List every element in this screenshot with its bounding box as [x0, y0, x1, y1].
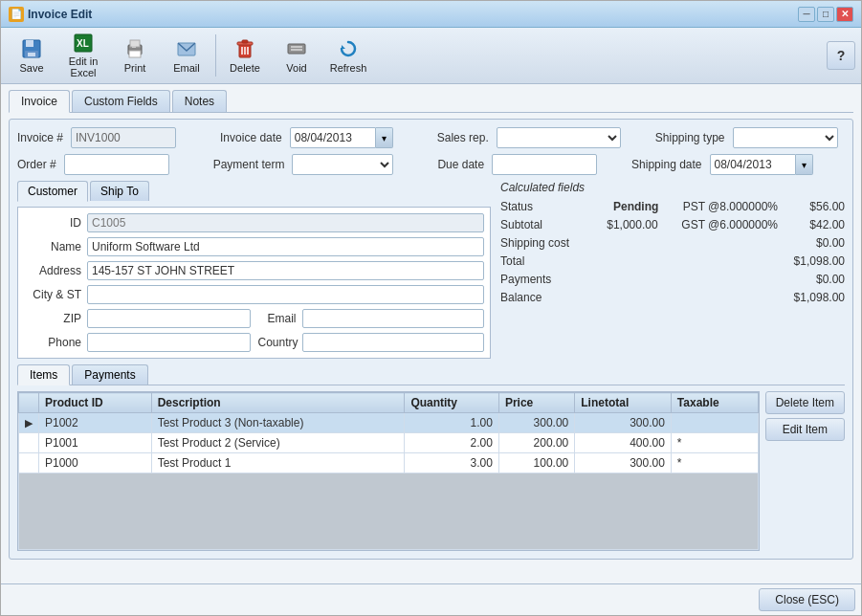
svg-rect-3 [28, 53, 35, 56]
excel-icon: XL [72, 33, 95, 54]
maximize-button[interactable]: □ [817, 7, 834, 22]
tab-custom-fields[interactable]: Custom Fields [72, 90, 170, 112]
table-row[interactable]: ▶ P1002 Test Product 3 (Non-taxable) 1.0… [19, 413, 759, 433]
customer-zip-group: ZIP [24, 309, 251, 328]
customer-name-label: Name [24, 240, 81, 253]
bottom-tabs: Items Payments [17, 364, 845, 385]
items-table-body: ▶ P1002 Test Product 3 (Non-taxable) 1.0… [19, 413, 759, 550]
title-bar: 📄 Invoice Edit ─ □ ✕ [1, 1, 861, 28]
refresh-label: Refresh [330, 62, 367, 74]
tab-notes[interactable]: Notes [172, 90, 227, 112]
print-button[interactable]: Print [110, 32, 160, 79]
customer-cityst-input[interactable] [87, 285, 484, 304]
close-window-button[interactable]: ✕ [836, 7, 853, 22]
minimize-button[interactable]: ─ [798, 7, 815, 22]
customer-address-input[interactable] [87, 261, 484, 280]
save-button[interactable]: Save [7, 32, 56, 79]
calc-total-label: Total [500, 254, 586, 268]
row-arrow: ▶ [19, 413, 39, 433]
customer-name-input[interactable] [87, 237, 484, 256]
help-button[interactable]: ? [827, 41, 855, 70]
calc-status-label: Status [500, 200, 586, 213]
shipping-date-picker-button[interactable]: ▾ [796, 154, 813, 175]
main-content: Invoice Custom Fields Notes Invoice # In… [1, 84, 861, 583]
shipping-type-label: Shipping type [655, 131, 725, 144]
customer-phone-country-row: Phone Country [24, 333, 484, 352]
delete-item-button[interactable]: Delete Item [765, 391, 845, 414]
payment-term-label: Payment term [213, 158, 285, 171]
bottom-tab-payments[interactable]: Payments [72, 364, 147, 385]
invoice-date-field: ▾ [290, 127, 393, 148]
customer-email-label: Email [258, 312, 297, 325]
svg-rect-13 [242, 40, 248, 43]
edit-item-button[interactable]: Edit Item [765, 418, 845, 441]
invoice-date-label: Invoice date [220, 131, 282, 144]
col-price: Price [498, 393, 574, 413]
table-row[interactable]: P1001 Test Product 2 (Service) 2.00 200.… [19, 433, 759, 453]
calc-pst-label: PST @8.000000% [683, 200, 778, 213]
help-label: ? [837, 48, 846, 63]
row-description: Test Product 3 (Non-taxable) [151, 413, 405, 433]
sales-rep-select[interactable] [497, 127, 621, 148]
tabs: Invoice Custom Fields Notes [9, 90, 853, 113]
svg-text:XL: XL [77, 38, 89, 49]
customer-tab-ship-to[interactable]: Ship To [90, 181, 149, 201]
close-button[interactable]: Close (ESC) [759, 588, 855, 611]
void-label: Void [286, 62, 306, 74]
items-table-header-row: Product ID Description Quantity Price Li… [19, 393, 759, 413]
due-date-input[interactable] [492, 154, 597, 175]
edit-in-excel-label: Edit in Excel [59, 55, 107, 78]
invoice-number-label: Invoice # [17, 131, 63, 144]
customer-tabs: Customer Ship To [17, 181, 491, 201]
customer-id-input[interactable] [87, 213, 484, 232]
customer-country-input[interactable] [302, 333, 485, 352]
invoice-date-input[interactable] [290, 127, 376, 148]
two-col-section: Customer Ship To ID Name [17, 181, 845, 359]
items-table-header: Product ID Description Quantity Price Li… [19, 393, 759, 413]
customer-email-input[interactable] [302, 309, 485, 328]
customer-phone-input[interactable] [87, 333, 251, 352]
refresh-button[interactable]: Refresh [323, 32, 373, 79]
customer-address-row: Address [24, 261, 484, 280]
print-label: Print [124, 62, 146, 74]
order-number-label: Order # [17, 158, 56, 171]
table-row[interactable]: P1000 Test Product 1 3.00 100.00 300.00 … [19, 453, 759, 473]
invoice-date-picker-button[interactable]: ▾ [376, 127, 393, 148]
svg-rect-9 [132, 46, 136, 48]
customer-cityst-row: City & ST [24, 285, 484, 304]
col-quantity: Quantity [405, 393, 499, 413]
shipping-date-input[interactable] [710, 154, 796, 175]
shipping-type-select[interactable] [733, 127, 838, 148]
col-arrow [19, 393, 39, 413]
form-row-2: Order # Payment term Due date Shipping d… [17, 154, 845, 175]
row-product-id: P1002 [39, 413, 152, 433]
col-description: Description [151, 393, 405, 413]
items-section: Product ID Description Quantity Price Li… [17, 391, 845, 551]
order-number-input[interactable] [64, 154, 169, 175]
customer-zip-input[interactable] [87, 309, 251, 328]
delete-label: Delete [230, 62, 260, 74]
void-button[interactable]: Void [272, 32, 321, 79]
tab-invoice[interactable]: Invoice [9, 90, 70, 113]
row-linetotal: 300.00 [575, 413, 672, 433]
customer-zip-label: ZIP [24, 312, 81, 325]
invoice-number-input[interactable] [71, 127, 176, 148]
shipping-date-field: ▾ [710, 154, 813, 175]
bottom-tab-bar: Items Payments [17, 364, 845, 385]
delete-button[interactable]: Delete [220, 32, 270, 79]
calc-subtotal-label: Subtotal [500, 218, 586, 231]
calc-payments-label: Payments [500, 273, 586, 286]
col-linetotal: Linetotal [575, 393, 672, 413]
edit-in-excel-button[interactable]: XL Edit in Excel [58, 32, 108, 79]
calc-fields: Status Pending PST @8.000000% $56.00 Sub… [500, 200, 845, 304]
svg-rect-17 [288, 44, 305, 54]
title-bar-controls: ─ □ ✕ [798, 7, 853, 22]
customer-tab-customer[interactable]: Customer [17, 181, 88, 202]
payment-term-select[interactable] [292, 154, 393, 175]
email-button[interactable]: Email [162, 32, 211, 79]
bottom-tab-items[interactable]: Items [17, 364, 70, 385]
row-price: 200.00 [498, 433, 574, 453]
calculated-fields-panel: Calculated fields Status Pending PST @8.… [500, 181, 845, 359]
customer-id-label: ID [24, 216, 81, 230]
row-quantity: 3.00 [405, 453, 499, 473]
